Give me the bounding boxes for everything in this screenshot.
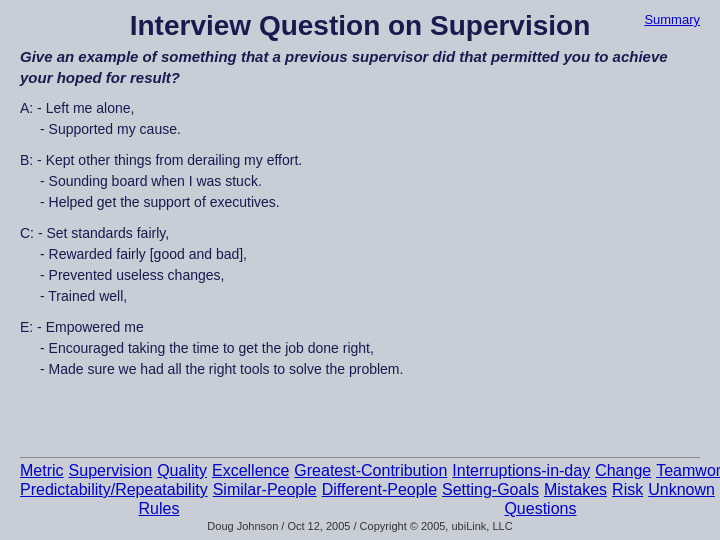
- answer-line: - Rewarded fairly [good and bad],: [20, 244, 700, 265]
- answer-line: A: - Left me alone,: [20, 98, 700, 119]
- footer-link[interactable]: Greatest-Contribution: [294, 462, 447, 480]
- answer-block-e: E: - Empowered me- Encouraged taking the…: [20, 317, 700, 380]
- copyright-text: Doug Johnson / Oct 12, 2005 / Copyright …: [20, 520, 700, 532]
- footer-link[interactable]: Similar-People: [213, 481, 317, 499]
- answer-line: C: - Set standards fairly,: [20, 223, 700, 244]
- footer-link-rules[interactable]: Rules: [139, 500, 180, 518]
- answer-line: - Sounding board when I was stuck.: [20, 171, 700, 192]
- page-title: Interview Question on Supervision: [20, 10, 700, 42]
- answers-content: A: - Left me alone,- Supported my cause.…: [20, 98, 700, 453]
- answer-line: - Prevented useless changes,: [20, 265, 700, 286]
- answer-line: B: - Kept other things from derailing my…: [20, 150, 700, 171]
- answer-line: E: - Empowered me: [20, 317, 700, 338]
- footer-link[interactable]: Metric: [20, 462, 64, 480]
- footer-link[interactable]: Unknown: [648, 481, 715, 499]
- footer-link[interactable]: Different-People: [322, 481, 437, 499]
- footer-link[interactable]: Excellence: [212, 462, 289, 480]
- answer-block-b: B: - Kept other things from derailing my…: [20, 150, 700, 213]
- footer: MetricSupervisionQualityExcellenceGreate…: [20, 457, 700, 532]
- footer-link[interactable]: Setting-Goals: [442, 481, 539, 499]
- answer-block-a: A: - Left me alone,- Supported my cause.: [20, 98, 700, 140]
- footer-row-3: RulesQuestions: [20, 500, 700, 518]
- summary-link[interactable]: Summary: [644, 12, 700, 27]
- footer-link[interactable]: Mistakes: [544, 481, 607, 499]
- footer-row-1: MetricSupervisionQualityExcellenceGreate…: [20, 462, 700, 480]
- footer-link[interactable]: Predictability/Repeatability: [20, 481, 208, 499]
- footer-row-2: Predictability/RepeatabilitySimilar-Peop…: [20, 481, 700, 499]
- footer-link[interactable]: Interruptions-in-day: [452, 462, 590, 480]
- footer-link[interactable]: Change: [595, 462, 651, 480]
- footer-link-questions[interactable]: Questions: [504, 500, 576, 518]
- answer-line: - Supported my cause.: [20, 119, 700, 140]
- answer-line: - Made sure we had all the right tools t…: [20, 359, 700, 380]
- header-row: Interview Question on Supervision Summar…: [20, 10, 700, 42]
- answer-line: - Helped get the support of executives.: [20, 192, 700, 213]
- answer-line: - Trained well,: [20, 286, 700, 307]
- footer-link[interactable]: Teamwork: [656, 462, 720, 480]
- footer-link[interactable]: Risk: [612, 481, 643, 499]
- page-container: Interview Question on Supervision Summar…: [0, 0, 720, 540]
- footer-link[interactable]: Supervision: [69, 462, 153, 480]
- answer-block-c: C: - Set standards fairly,- Rewarded fai…: [20, 223, 700, 307]
- answer-line: - Encouraged taking the time to get the …: [20, 338, 700, 359]
- subtitle-text: Give an example of something that a prev…: [20, 46, 700, 88]
- footer-link[interactable]: Quality: [157, 462, 207, 480]
